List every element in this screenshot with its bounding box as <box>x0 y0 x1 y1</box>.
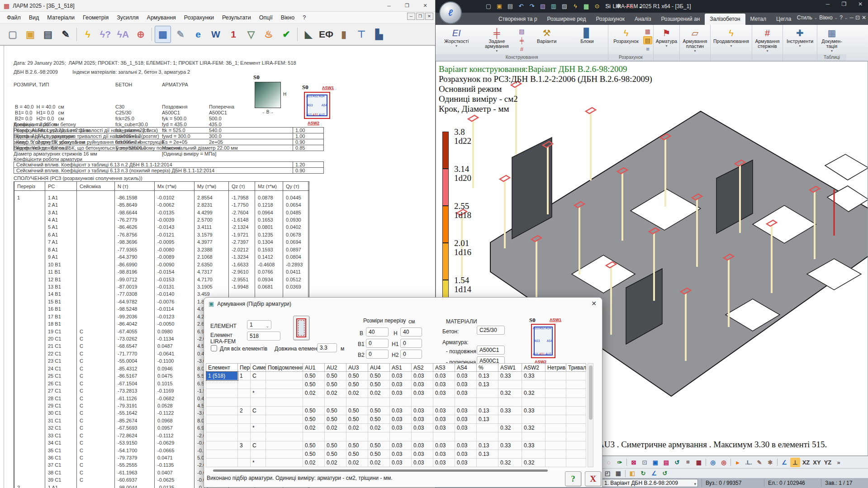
pack-model-icon[interactable]: ▧ <box>539 2 547 10</box>
ef-edit-icon[interactable]: ЕФ <box>318 26 334 43</box>
table-row[interactable]: * 0.020.020.020.02 0.030.030.030.03 0.32… <box>206 424 586 432</box>
result-table-icon[interactable]: ▦ <box>643 27 652 36</box>
menu-item[interactable]: Вікно <box>277 13 299 23</box>
menu-item[interactable]: Файл <box>3 13 25 23</box>
armature-button[interactable]: ⚑ Арматура▾ <box>655 26 678 53</box>
fire-resistance-icon[interactable]: ♨ <box>261 26 277 43</box>
documentation-button[interactable]: ▦ Докумен- тація▾ <box>818 26 845 53</box>
lock-icon[interactable]: ⊙ <box>593 2 601 10</box>
menu-item[interactable]: Опції <box>255 13 277 23</box>
table-row[interactable]: * 0.020.020.020.02 0.030.030.030.03 0.32… <box>206 458 586 467</box>
toolbar-separator[interactable] <box>730 458 732 467</box>
menu-item[interactable]: ? <box>299 13 310 23</box>
measure-icon[interactable]: .L. <box>744 458 754 467</box>
table-row[interactable] <box>206 432 586 441</box>
toolbar-separator[interactable] <box>705 458 707 467</box>
settings-gear-icon[interactable]: ✱ <box>765 458 775 467</box>
toolbar-separator[interactable] <box>150 26 153 43</box>
unfragment-icon[interactable]: ▤ <box>661 458 671 467</box>
mdi-restore-button[interactable]: ❐ <box>416 13 424 20</box>
table-horizontal-scrollbar[interactable] <box>209 469 588 473</box>
mdi-minimize-button[interactable]: ─ <box>849 14 854 21</box>
paint-icon[interactable]: ✑ <box>615 458 625 467</box>
toolbar-separator[interactable] <box>626 458 628 467</box>
book-icon[interactable]: ▥ <box>550 2 558 10</box>
toolbar-separator[interactable] <box>776 458 778 467</box>
zoom-in-icon[interactable]: ◎ <box>708 458 718 467</box>
menu-item[interactable]: Геометрія <box>79 13 113 23</box>
mdi-minimize-button[interactable]: ─ <box>407 13 415 20</box>
table-row[interactable]: 3C 0.500.500.500.50 0.030.030.030.03 0.1… <box>206 441 586 450</box>
qat-overflow-icon[interactable]: ⌄ <box>636 2 645 10</box>
section-preview-button[interactable] <box>293 316 309 340</box>
b2-field[interactable]: 0 <box>366 350 389 359</box>
h2-field[interactable]: 0 <box>400 350 422 359</box>
dialog-close-icon[interactable]: ✕ <box>591 300 597 307</box>
h1-field[interactable]: 0 <box>400 339 422 348</box>
hide-selected-icon[interactable]: ⊠ <box>629 458 639 467</box>
element-lira-field[interactable]: 518 <box>247 332 280 341</box>
ribbon-tab[interactable]: Розрахунок <box>591 14 629 25</box>
frame-model-icon[interactable]: ⌗ <box>683 458 693 467</box>
element-length-field[interactable]: 3.3 <box>317 343 337 352</box>
ribbon-tab[interactable]: Розширений ан <box>656 14 705 25</box>
close-button[interactable]: ✕ <box>416 0 434 11</box>
plane-xy-icon[interactable]: XY <box>812 458 822 467</box>
mesh-model-icon[interactable]: ▦ <box>694 458 704 467</box>
press-check-icon[interactable]: ▽ <box>243 26 259 43</box>
format-icon[interactable]: Aa <box>626 2 634 10</box>
table-row[interactable]: 1 (518)1C 0.500.500.500.50 0.030.030.030… <box>206 372 586 380</box>
table-row[interactable]: 0.500.500.500.50 0.030.030.030.03 0.13 <box>206 415 586 423</box>
save-icon[interactable]: ▤ <box>40 26 56 43</box>
red-grid-icon[interactable]: # <box>517 45 526 53</box>
ribbon-tab[interactable]: Аналіз <box>630 14 656 25</box>
blocks-button[interactable]: ▊ Блоки <box>567 26 607 53</box>
mdi-close-button[interactable]: ✕ <box>425 13 433 20</box>
notes-icon[interactable]: ✎ <box>172 26 189 43</box>
html-report-icon[interactable]: e <box>190 26 206 43</box>
axes-small-icon[interactable]: ∠ <box>649 469 659 478</box>
word-page-report-icon[interactable]: 1 <box>225 26 242 43</box>
flashlight-icon[interactable]: ▸ <box>733 458 743 467</box>
new-file-icon[interactable]: ▢ <box>484 2 493 10</box>
ribbon-tab[interactable]: Метал <box>745 14 771 25</box>
axes-icon[interactable]: ∠ <box>779 458 789 467</box>
window-menu[interactable]: Вікно <box>819 14 832 21</box>
tools-button[interactable]: ✚ Інструменти▾ <box>784 26 816 53</box>
help-button[interactable]: ? <box>565 471 581 486</box>
local-strength-icon[interactable]: ⊤ <box>353 26 370 43</box>
table-row[interactable] <box>206 398 586 406</box>
h-field[interactable]: 40 <box>400 327 422 336</box>
element-combobox[interactable]: 1⌄ <box>247 320 271 329</box>
select-circle-icon[interactable]: ◌ <box>604 458 614 467</box>
save-as-icon[interactable]: ✎ <box>57 26 74 43</box>
close-dialog-button[interactable]: X <box>585 471 601 486</box>
active-mode-icon[interactable]: ▤ <box>643 36 652 45</box>
show-all-icon[interactable]: ⊡ <box>640 458 650 467</box>
mdi-restore-button[interactable]: ⊡ <box>855 14 860 21</box>
punching-button[interactable]: ϟ Продавлювання▾ <box>711 26 751 53</box>
style-menu[interactable]: Стиль <box>797 14 812 21</box>
stiffness-button[interactable]: EI Жорсткості▾ <box>436 26 476 53</box>
given-reinforcement-button[interactable]: ╪ Задане армування▾ <box>477 26 517 53</box>
table-row[interactable]: 0.500.500.500.50 0.030.030.030.03 0.13 <box>206 380 586 389</box>
reset-view-icon[interactable]: ↺ <box>660 469 670 478</box>
menu-item[interactable]: Вид <box>25 13 43 23</box>
app-logo[interactable]: ℓ <box>439 1 462 24</box>
calculate-query-icon[interactable]: ϟ? <box>97 26 114 43</box>
interaction-diagram-icon[interactable]: ⊕ <box>133 26 149 43</box>
menu-item[interactable]: Результати <box>218 13 255 23</box>
maximize-button[interactable]: ❐ <box>398 0 416 11</box>
minimize-button[interactable]: ─ <box>823 1 833 7</box>
plane-yz-icon[interactable]: YZ <box>823 458 833 467</box>
results-table-icon[interactable]: ▦ <box>155 26 171 43</box>
plate-reinforcement-button[interactable]: ▱ Армування пластин▾ <box>681 26 709 53</box>
wedge-check-icon[interactable]: ◣ <box>300 26 317 43</box>
save-file-icon[interactable]: ▤ <box>506 2 514 10</box>
table-row[interactable]: 0.500.500.500.50 0.030.030.030.03 0.13 <box>206 450 586 458</box>
variants-button[interactable]: ⚒ Варіанти <box>527 26 567 53</box>
toolbar-separator[interactable] <box>296 26 299 43</box>
more-tools-icon[interactable]: » <box>834 458 844 467</box>
zoom-out-icon[interactable]: ◎ <box>719 458 729 467</box>
fragment-icon[interactable]: ▣ <box>650 458 660 467</box>
